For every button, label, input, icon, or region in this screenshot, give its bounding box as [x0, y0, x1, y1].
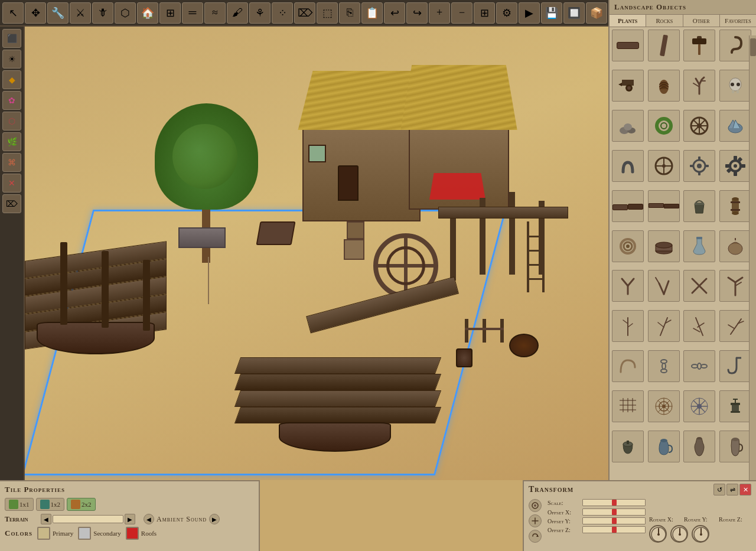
offset-z-slider[interactable] [582, 526, 646, 533]
obj-branch-v[interactable] [648, 270, 680, 302]
terrain-next[interactable]: ▶ [125, 514, 135, 524]
obj-chain[interactable] [648, 350, 680, 382]
obj-stick-cross[interactable] [683, 270, 715, 302]
sound-next[interactable]: ▶ [209, 514, 220, 524]
sound-prev[interactable]: ◀ [144, 514, 154, 524]
obj-pitcher[interactable] [719, 431, 751, 462]
obj-lantern[interactable] [719, 390, 751, 422]
toolbar-icon-14[interactable]: ⌦ [294, 2, 315, 24]
toolbar-icon-arrow[interactable]: ↖ [2, 2, 24, 24]
secondary-swatch[interactable] [78, 527, 91, 540]
offset-x-slider[interactable] [582, 508, 646, 516]
obj-hammer[interactable] [683, 30, 715, 61]
toolbar-icon-27[interactable]: 📦 [586, 2, 607, 24]
obj-gear[interactable] [683, 150, 715, 182]
toolbar-icon-18[interactable]: ↩ [384, 2, 405, 24]
obj-twig-1[interactable] [612, 310, 644, 342]
toolbar-icon-3[interactable]: 🔧 [47, 2, 69, 24]
transform-close-btn[interactable]: ✕ [739, 484, 751, 495]
scale-slider[interactable] [582, 499, 646, 506]
obj-antler[interactable] [683, 70, 715, 102]
offset-y-knob[interactable] [612, 518, 617, 524]
sidebar-sun[interactable]: ☀ [2, 50, 21, 69]
tab-plants[interactable]: Plants [610, 15, 646, 27]
transform-icon-offset[interactable] [529, 514, 542, 527]
obj-plank-long[interactable] [648, 190, 680, 222]
main-canvas[interactable] [25, 27, 608, 480]
obj-snowflake[interactable] [683, 390, 715, 422]
obj-wheel[interactable] [683, 110, 715, 142]
sidebar-flower[interactable]: ✿ [2, 91, 21, 110]
obj-flask[interactable] [683, 230, 715, 262]
toolbar-icon-23[interactable]: ⚙ [496, 2, 517, 24]
tile-size-1x1[interactable]: 1x1 [5, 498, 34, 511]
toolbar-icon-24[interactable]: ▶ [519, 2, 540, 24]
toolbar-icon-6[interactable]: ⬡ [115, 2, 136, 24]
obj-rope-coil[interactable] [612, 230, 644, 262]
obj-rock-pile[interactable] [612, 110, 644, 142]
offset-x-knob[interactable] [612, 509, 617, 515]
obj-twig-4[interactable] [719, 310, 751, 342]
obj-drill[interactable] [612, 70, 644, 102]
rotate-x-dial[interactable] [649, 525, 667, 543]
toolbar-icon-9[interactable]: ═ [182, 2, 203, 24]
obj-chain-long[interactable] [683, 350, 715, 382]
obj-barrel-item[interactable] [719, 190, 751, 222]
right-panel-scrollbar[interactable] [749, 35, 756, 480]
obj-net[interactable] [612, 390, 644, 422]
obj-pinecone[interactable] [648, 70, 680, 102]
obj-flower-mandala[interactable] [648, 390, 680, 422]
sidebar-mushroom[interactable]: ⌘ [2, 153, 21, 172]
obj-hook[interactable] [719, 30, 751, 61]
rotate-y-dial[interactable] [670, 525, 688, 543]
obj-branch-fork[interactable] [719, 270, 751, 302]
obj-rope-curve[interactable] [612, 350, 644, 382]
obj-jug[interactable] [648, 431, 680, 462]
transform-icon-scale[interactable] [529, 499, 542, 512]
rotate-z-dial[interactable] [692, 525, 709, 543]
sidebar-crystal[interactable]: ⬡ [2, 112, 21, 131]
obj-bucket[interactable] [683, 190, 715, 222]
transform-mirror-btn[interactable]: ⇌ [726, 484, 738, 495]
sidebar-landscape[interactable]: ⬛ [2, 29, 21, 48]
sidebar-cross[interactable]: ✕ [2, 174, 21, 193]
obj-crystal[interactable] [719, 110, 751, 142]
toolbar-icon-12[interactable]: ⚘ [249, 2, 271, 24]
obj-branch-y[interactable] [612, 270, 644, 302]
tab-other[interactable]: Other [683, 15, 720, 27]
toolbar-icon-26[interactable]: 🔲 [563, 2, 585, 24]
obj-plank-short[interactable] [612, 190, 644, 222]
roofs-swatch[interactable] [126, 527, 139, 540]
toolbar-icon-7[interactable]: 🏠 [137, 2, 158, 24]
obj-logs-bundle[interactable] [648, 230, 680, 262]
sidebar-gem[interactable]: ◆ [2, 70, 21, 89]
toolbar-icon-21[interactable]: − [451, 2, 472, 24]
toolbar-icon-8[interactable]: ⊞ [159, 2, 181, 24]
toolbar-icon-25[interactable]: 💾 [541, 2, 562, 24]
tab-favorites[interactable]: Favorites [720, 15, 756, 27]
toolbar-icon-15[interactable]: ⬚ [317, 2, 338, 24]
primary-swatch[interactable] [37, 527, 50, 540]
obj-skull[interactable] [719, 70, 751, 102]
transform-reset-btn[interactable]: ↺ [713, 484, 725, 495]
obj-twig-3[interactable] [683, 310, 715, 342]
toolbar-icon-22[interactable]: ⊞ [474, 2, 495, 24]
obj-hook-2[interactable] [719, 350, 751, 382]
tile-size-2x2[interactable]: 2x2 [67, 498, 96, 511]
obj-pot[interactable] [612, 431, 644, 462]
terrain-prev[interactable]: ◀ [41, 514, 51, 524]
toolbar-icon-11[interactable]: 🖌 [227, 2, 248, 24]
scrollbar-thumb[interactable] [750, 38, 756, 56]
toolbar-icon-4[interactable]: ⚔ [70, 2, 91, 24]
obj-cart-wheel[interactable] [648, 150, 680, 182]
offset-z-knob[interactable] [612, 527, 617, 533]
toolbar-icon-17[interactable]: 📋 [361, 2, 383, 24]
obj-stick[interactable] [648, 30, 680, 61]
sidebar-plant[interactable]: 🌿 [2, 132, 21, 151]
obj-twig-2[interactable] [648, 310, 680, 342]
obj-cog-large[interactable] [719, 150, 751, 182]
toolbar-icon-2[interactable]: ✥ [25, 2, 46, 24]
obj-pouch[interactable] [719, 230, 751, 262]
obj-vase[interactable] [683, 431, 715, 462]
sidebar-eraser[interactable]: ⌦ [2, 194, 21, 213]
